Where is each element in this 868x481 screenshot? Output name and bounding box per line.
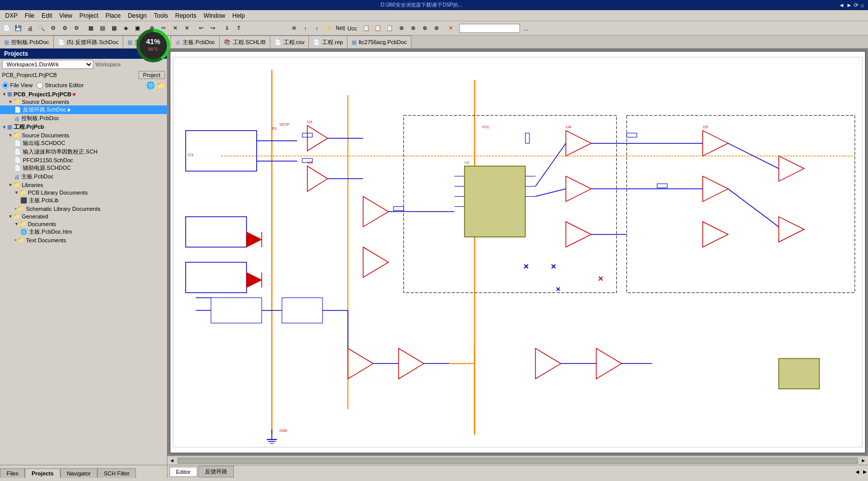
pcb-icon-4: ▦ bbox=[352, 39, 357, 46]
editor-nav-right[interactable]: ► bbox=[862, 468, 868, 475]
tool11[interactable]: ◈ bbox=[120, 23, 131, 34]
menu-tools[interactable]: Tools bbox=[151, 11, 171, 20]
bottom-tab-projects[interactable]: Projects bbox=[25, 468, 60, 478]
toolbar-more[interactable]: ... bbox=[520, 23, 532, 34]
tool18[interactable]: ⇑ bbox=[233, 23, 244, 34]
menu-project[interactable]: Project bbox=[77, 11, 101, 20]
tree-zhuban-htm[interactable]: 🌐 主板.PcbDoc.htm bbox=[0, 228, 167, 236]
nav-back-icon[interactable]: ◄ bbox=[839, 2, 845, 9]
tool8[interactable]: ▦ bbox=[85, 23, 96, 34]
tree-libraries[interactable]: ▼ 📁 Libraries bbox=[0, 181, 167, 189]
bottom-tab-sch-filter[interactable]: SCH Filter bbox=[97, 468, 136, 478]
svg-text:✕: ✕ bbox=[598, 275, 604, 283]
tool29[interactable]: ⊕ bbox=[419, 23, 430, 34]
nav-home-icon[interactable]: ⌂ bbox=[860, 2, 864, 9]
tree-fuzhudian[interactable]: 📄 辅助电源.SCHDOC bbox=[0, 164, 167, 172]
structure-editor-radio[interactable]: Structure Editor bbox=[37, 82, 83, 89]
toolbar-search[interactable] bbox=[459, 24, 520, 33]
tool25[interactable]: 📋 bbox=[372, 23, 384, 34]
tool24[interactable]: 📋 bbox=[361, 23, 372, 34]
schlib-icon: 📚 bbox=[224, 39, 231, 46]
tool7[interactable]: ⚙ bbox=[71, 23, 82, 34]
nav-forward-icon[interactable]: ► bbox=[846, 2, 852, 9]
route-btn[interactable]: ≋ bbox=[288, 23, 299, 34]
tab-ltc[interactable]: ▦ ltc2756acg.PcbDoc bbox=[348, 35, 411, 48]
tool10[interactable]: ▦ bbox=[109, 23, 120, 34]
file-view-radio[interactable]: File View bbox=[2, 82, 32, 89]
tree-kontrolboard[interactable]: 🖨 控制板.PcbDoc bbox=[0, 114, 167, 123]
menu-design[interactable]: Design bbox=[125, 11, 150, 20]
undo-btn[interactable]: ↩ bbox=[195, 23, 206, 34]
tool5[interactable]: ⚙ bbox=[48, 23, 59, 34]
menu-help[interactable]: Help bbox=[229, 11, 248, 20]
panel-icon2[interactable]: 📁 bbox=[156, 81, 165, 89]
tool6[interactable]: ⚙ bbox=[59, 23, 71, 34]
bottom-tab-navigator[interactable]: Navigator bbox=[60, 468, 97, 478]
workspace-select[interactable]: Workspace1.DsnWrk bbox=[2, 60, 93, 69]
tree-pcb-project1[interactable]: ▼ ▦ PCB_Project1.PrjPCB ■ bbox=[0, 90, 167, 98]
tree-fanhuihuanlu[interactable]: 📄 反馈环路.SchDoc ■ bbox=[0, 105, 167, 114]
tree-text-docs[interactable]: + 📁 Text Documents bbox=[0, 236, 167, 244]
editor-nav-left[interactable]: ◄ bbox=[854, 468, 860, 475]
tree-zhuban-pcblib[interactable]: ⬛ 主板.PcbLib bbox=[0, 196, 167, 205]
tree-label-libraries: Libraries bbox=[22, 182, 43, 188]
tree-pcb-lib-docs[interactable]: ▼ 📁 PCB Library Documents bbox=[0, 189, 167, 196]
tool21[interactable]: ↑ bbox=[311, 23, 323, 34]
menu-dxp[interactable]: DXP bbox=[2, 11, 21, 20]
tree-generated[interactable]: ▼ 📁 Generated bbox=[0, 212, 167, 220]
menu-file[interactable]: File bbox=[22, 11, 38, 20]
close-btn[interactable]: ✕ bbox=[445, 23, 456, 34]
h-scroll-track[interactable] bbox=[178, 458, 858, 464]
folder-icon-4: 📁 bbox=[19, 189, 26, 196]
tree-shurulvbo[interactable]: 📄 输入滤波和功率因数校正.SCH bbox=[0, 147, 167, 156]
tool9[interactable]: ▤ bbox=[97, 23, 108, 34]
scroll-right-btn[interactable]: ► bbox=[859, 458, 868, 463]
editor-tab-fanhuihuanlu[interactable]: 反馈环路 bbox=[198, 466, 234, 477]
tool28[interactable]: ⊕ bbox=[407, 23, 419, 34]
tool26[interactable]: 📋 bbox=[384, 23, 395, 34]
net-label: Net| bbox=[335, 25, 346, 31]
magnify-btn[interactable]: 🔍 bbox=[36, 23, 47, 34]
tree-sch-lib-docs[interactable]: + 📁 Schematic Library Documents bbox=[0, 205, 167, 212]
tool17[interactable]: ⇓ bbox=[221, 23, 232, 34]
tree-source-docs-1[interactable]: ▼ 📁 Source Documents bbox=[0, 98, 167, 105]
tree-shuchuduan[interactable]: 📄 输出端.SCHDOC bbox=[0, 139, 167, 147]
tool16[interactable]: ✕ bbox=[181, 23, 192, 34]
print-btn[interactable]: 🖨 bbox=[24, 23, 36, 34]
save-btn[interactable]: 💾 bbox=[13, 23, 24, 34]
editor-tab-editor[interactable]: Editor bbox=[169, 467, 197, 477]
panel-icon1[interactable]: 🌐 bbox=[146, 81, 155, 89]
tool23[interactable]: Ucc bbox=[346, 23, 358, 34]
tool22[interactable]: ⚡ bbox=[323, 23, 334, 34]
menu-window[interactable]: Window bbox=[200, 11, 228, 20]
new-btn[interactable]: 📄 bbox=[1, 23, 12, 34]
tool30[interactable]: ⊕ bbox=[431, 23, 442, 34]
tree-source-docs-2[interactable]: ▼ 📁 Source Documents bbox=[0, 131, 167, 139]
tree-pfcir[interactable]: 📄 PFCIR1150.SchDoc bbox=[0, 156, 167, 164]
tree-gongcheng-project[interactable]: ▼ ▦ 工程.PrjPcb bbox=[0, 123, 167, 131]
tab-schlib[interactable]: 📚 工程.SCHLIB bbox=[220, 35, 270, 48]
schematic-canvas[interactable]: C1 R1 U1 U2 U3 U4 U5 ✕ ✕ ✕ ✕ VCCP GND VC… bbox=[169, 51, 866, 454]
project-tree: ▼ ▦ PCB_Project1.PrjPCB ■ ▼ 📁 Source Doc… bbox=[0, 90, 167, 465]
tree-zhuban-pcb[interactable]: 🖨 主板.PcbDoc bbox=[0, 172, 167, 181]
tab-zhuban2[interactable]: 🖨 主板.PcbDoc bbox=[171, 35, 220, 48]
scroll-left-btn[interactable]: ◄ bbox=[167, 458, 177, 463]
menu-place[interactable]: Place bbox=[102, 11, 124, 20]
tool20[interactable]: ↑ bbox=[300, 23, 311, 34]
tree-documents-folder[interactable]: ▼ 📁 Documents bbox=[0, 220, 167, 228]
tab-kontrolboard[interactable]: ▦ 控制板.PcbDoc bbox=[0, 35, 54, 48]
tab-fanhuihuanlu[interactable]: 📄 (5) 反馈环路.SchDoc bbox=[54, 35, 123, 48]
project-button[interactable]: Project bbox=[138, 71, 165, 79]
menu-reports[interactable]: Reports bbox=[172, 11, 199, 20]
menu-edit[interactable]: Edit bbox=[39, 11, 55, 20]
tab-rep[interactable]: 📄 工程.rep bbox=[309, 35, 348, 48]
menu-view[interactable]: View bbox=[56, 11, 76, 20]
tool27[interactable]: ⊕ bbox=[396, 23, 407, 34]
tab-csv[interactable]: 📄 工程.csv bbox=[270, 35, 309, 48]
redo-btn[interactable]: ↪ bbox=[207, 23, 218, 34]
tool15[interactable]: ✕ bbox=[169, 23, 181, 34]
nav-refresh-icon[interactable]: ⟳ bbox=[854, 2, 858, 9]
tree-label-1: PCB_Project1.PrjPCB bbox=[14, 91, 72, 97]
pcb-doc-icon-2: 🖨 bbox=[14, 174, 20, 180]
bottom-tab-files[interactable]: Files bbox=[0, 468, 25, 478]
